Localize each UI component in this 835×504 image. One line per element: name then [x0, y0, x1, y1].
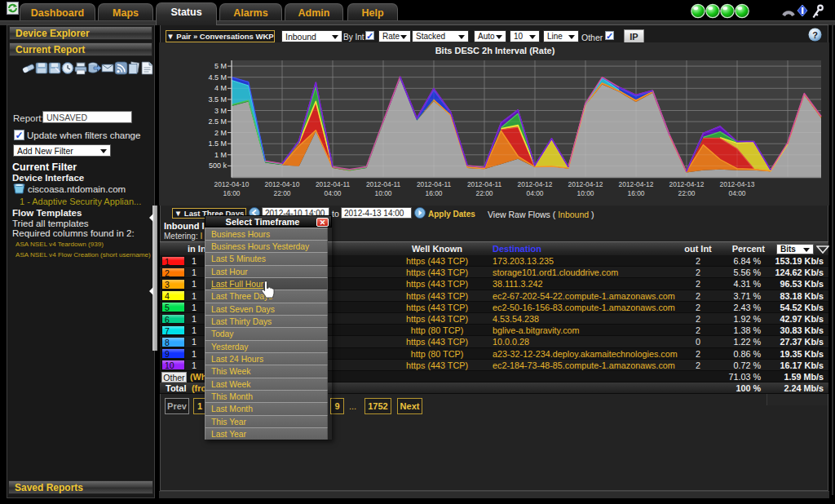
svg-text:22:00: 22:00 — [476, 189, 493, 197]
svg-text:22:00: 22:00 — [678, 189, 696, 197]
svg-text:3.5 M: 3.5 M — [208, 95, 227, 104]
svg-text:3 M: 3 M — [214, 107, 227, 115]
svg-text:10:00: 10:00 — [375, 189, 392, 197]
svg-text:4.5 M: 4.5 M — [208, 73, 227, 82]
svg-text:04:00: 04:00 — [325, 189, 342, 197]
svg-text:Bits DESC 2h Interval (Rate): Bits DESC 2h Interval (Rate) — [435, 46, 555, 55]
svg-text:22:00: 22:00 — [274, 189, 291, 197]
svg-text:2012-04-11: 2012-04-11 — [467, 180, 502, 188]
svg-text:1.5 M: 1.5 M — [208, 139, 227, 148]
svg-text:2012-04-11: 2012-04-11 — [366, 180, 401, 188]
svg-text:16:00: 16:00 — [426, 189, 443, 197]
svg-text:2012-04-11: 2012-04-11 — [417, 180, 452, 188]
svg-text:5 M: 5 M — [214, 62, 227, 70]
svg-text:2012-04-10: 2012-04-10 — [214, 180, 250, 188]
svg-text:2012-04-12: 2012-04-12 — [518, 180, 553, 188]
svg-text:2012-04-12: 2012-04-12 — [568, 180, 603, 188]
svg-text:2012-04-11: 2012-04-11 — [316, 180, 351, 188]
svg-text:500 k: 500 k — [209, 161, 228, 170]
svg-text:2 M: 2 M — [214, 129, 227, 137]
svg-text:4 M: 4 M — [214, 84, 227, 92]
svg-text:2012-04-12: 2012-04-12 — [619, 180, 654, 188]
svg-text:16:00: 16:00 — [628, 189, 645, 197]
svg-text:04:00: 04:00 — [527, 189, 544, 197]
svg-text:?: ? — [812, 30, 818, 40]
svg-text:2012-04-13: 2012-04-13 — [720, 180, 755, 188]
svg-text:10:00: 10:00 — [577, 189, 594, 197]
svg-text:16:00: 16:00 — [223, 189, 241, 197]
svg-text:2012-04-12: 2012-04-12 — [669, 180, 705, 188]
svg-text:04:00: 04:00 — [729, 189, 746, 197]
svg-text:1 M: 1 M — [214, 151, 227, 159]
svg-text:2012-04-10: 2012-04-10 — [265, 180, 300, 188]
svg-text:2.5 M: 2.5 M — [208, 117, 227, 126]
